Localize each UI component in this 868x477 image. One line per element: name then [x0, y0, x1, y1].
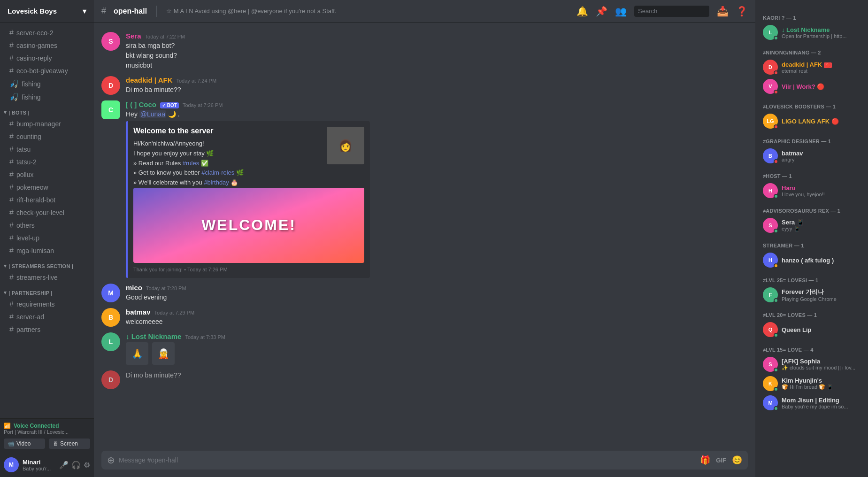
user-status-text: Baby you'r...: [23, 466, 55, 471]
user-controls: 🎤 🎧 ⚙: [59, 461, 90, 469]
avatar: H: [763, 183, 778, 198]
channel-name: open-hall: [114, 7, 147, 15]
message-text: musicbot: [126, 61, 748, 70]
hash-icon: #: [9, 325, 14, 334]
member-status: angry: [782, 157, 860, 162]
claim-roles-link[interactable]: #claim-roles: [201, 169, 234, 176]
help-icon[interactable]: ❓: [736, 6, 748, 17]
avatar: H: [763, 253, 778, 268]
search-input[interactable]: [638, 8, 717, 15]
channel-item-tatsu[interactable]: # tatsu: [4, 143, 90, 155]
search-bar[interactable]: 🔍: [634, 6, 709, 17]
channel-item-fishing-2[interactable]: 🎣 fishing: [4, 91, 90, 103]
channel-item-bump-manager[interactable]: # bump-manager: [4, 118, 90, 130]
member-item[interactable]: L ↓ Lost Nickname Open for Partnership |…: [759, 23, 864, 42]
hash-icon: #: [9, 208, 14, 217]
hash-icon: #: [9, 120, 14, 128]
channel-header: # open-hall ☆ M A I N Avoid using @here …: [94, 0, 755, 23]
bell-icon[interactable]: 🔔: [576, 6, 588, 17]
channel-item-server-eco-2[interactable]: # server-eco-2: [4, 27, 90, 39]
channel-item-casino-games[interactable]: # casino-games: [4, 39, 90, 52]
settings-icon[interactable]: ⚙: [84, 461, 90, 469]
gift-icon[interactable]: 🎁: [700, 455, 710, 465]
screen-icon: 🖥: [53, 440, 58, 447]
channel-item-casino-reply[interactable]: # casino-reply: [4, 52, 90, 64]
avatar: S: [763, 357, 778, 372]
member-name: LIGO LANG AFK 🔴: [782, 118, 860, 125]
channel-item-mga-lumisan[interactable]: # mga-lumisan: [4, 245, 90, 257]
video-button[interactable]: 📹 Video: [4, 439, 45, 449]
mute-icon[interactable]: 🎤: [59, 461, 69, 469]
member-item[interactable]: K Kim Hyunjin's 🍞 Hi I'm bread 🍞 📱: [759, 374, 864, 393]
deafen-icon[interactable]: 🎧: [71, 461, 81, 469]
message-content: ↓ Lost Nickname Today at 7:33 PM 🙏 🧝: [126, 332, 748, 365]
channel-item-fishing-1[interactable]: 🎣 fishing: [4, 77, 90, 90]
channel-item-pollux[interactable]: # pollux: [4, 169, 90, 181]
status-indicator: [774, 298, 778, 303]
member-item[interactable]: S [AFK] Sophia ✨ clouds suit my mood || …: [759, 355, 864, 374]
hash-icon: #: [9, 54, 14, 62]
channel-item-check-your-level[interactable]: # check-your-level: [4, 207, 90, 219]
message-content: mico Today at 7:28 PM Good evening: [126, 284, 748, 302]
member-item[interactable]: Q Queen Lip: [759, 320, 864, 339]
channel-item-server-ad[interactable]: # server-ad: [4, 311, 90, 323]
channel-item-eco-bot-giveaway[interactable]: # eco-bot-giveaway: [4, 65, 90, 77]
member-item[interactable]: V Viir | Work? 🔴: [759, 77, 864, 96]
status-indicator: [774, 368, 778, 372]
channel-item-streamers-live[interactable]: # streamers-live: [4, 271, 90, 284]
category-partnership[interactable]: ▾ | PARTNERSHIP |: [0, 284, 94, 298]
voice-buttons: 📹 Video 🖥 Screen: [4, 439, 90, 449]
message-text: Di mo ba minute??: [126, 370, 748, 380]
message-text: Hey @Lunaa 🌙 .: [126, 109, 748, 119]
message-group: D Di mo ba minute??: [94, 369, 755, 391]
birthday-link[interactable]: #birthday: [204, 179, 229, 186]
member-info: hanzo ( afk tulog ): [782, 257, 860, 264]
pin-icon[interactable]: 📌: [596, 6, 607, 17]
channel-item-pokemeow[interactable]: # pokemeow: [4, 181, 90, 193]
status-indicator: [774, 159, 778, 164]
username: Minari: [23, 459, 55, 466]
avatar: S: [763, 218, 778, 233]
inbox-icon[interactable]: 📥: [717, 6, 729, 17]
emoji-icon[interactable]: 😊: [732, 455, 742, 465]
member-category-boosters: ≠LOVESICK BOOSTERS — 1: [759, 96, 864, 111]
gif-icon[interactable]: GIF: [716, 457, 726, 464]
message-timestamp: Today at 7:29 PM: [154, 310, 195, 315]
category-streamers[interactable]: ▾ | STREAMERS SECTION |: [0, 257, 94, 271]
channel-item-rift-herald-bot[interactable]: # rift-herald-bot: [4, 194, 90, 206]
server-header[interactable]: Lovesick Boys ▾: [0, 0, 94, 23]
members-icon[interactable]: 👥: [615, 6, 627, 17]
status-indicator: [774, 263, 778, 268]
hash-icon: #: [9, 41, 14, 50]
member-item[interactable]: S Sera 📱 eyyy 📱: [759, 216, 864, 235]
hash-icon: #: [9, 221, 14, 230]
message-author: ↓ Lost Nickname: [126, 332, 181, 340]
message-input-wrapper: ⊕ 🎁 GIF 😊: [101, 451, 748, 469]
member-item[interactable]: B batmav angry: [759, 146, 864, 165]
member-item[interactable]: H hanzo ( afk tulog ): [759, 251, 864, 269]
plus-icon[interactable]: ⊕: [107, 454, 115, 466]
message-input[interactable]: [119, 451, 696, 469]
member-item[interactable]: H Haru I love you, hyejoo!!: [759, 181, 864, 200]
member-info: Viir | Work? 🔴: [782, 83, 860, 90]
afk-badge: 🔴: [824, 62, 832, 68]
member-item[interactable]: M Mom Jisun | Editing Baby you're my dop…: [759, 393, 864, 412]
embed-text: Hi/Kon'nichiwa/Annyeong! I hope you enjo…: [133, 139, 321, 188]
member-item[interactable]: F Forever 가리나 Playing Google Chrome: [759, 285, 864, 304]
channel-item-requirements[interactable]: # requirements: [4, 298, 90, 310]
member-item[interactable]: D deadkid | AFK 🔴 eternal rest: [759, 58, 864, 77]
message-author: [ ( ] Coco: [126, 100, 156, 108]
channel-item-counting[interactable]: # counting: [4, 131, 90, 143]
collapse-icon: ▾: [4, 263, 7, 269]
channel-item-tatsu-2[interactable]: # tatsu-2: [4, 156, 90, 168]
member-category-kaori: KAORI ? — 1: [759, 8, 864, 23]
member-item[interactable]: LG LIGO LANG AFK 🔴: [759, 112, 864, 131]
rules-link[interactable]: #rules: [183, 160, 199, 167]
message-reactions: 🙏 🧝: [126, 342, 748, 365]
screen-button[interactable]: 🖥 Screen: [49, 439, 90, 449]
message-text: Good evening: [126, 292, 748, 302]
channel-item-others[interactable]: # others: [4, 219, 90, 231]
channel-item-partners[interactable]: # partners: [4, 323, 90, 336]
category-bots[interactable]: ▾ | BOTS |: [0, 104, 94, 117]
channel-item-level-up[interactable]: # level-up: [4, 232, 90, 244]
